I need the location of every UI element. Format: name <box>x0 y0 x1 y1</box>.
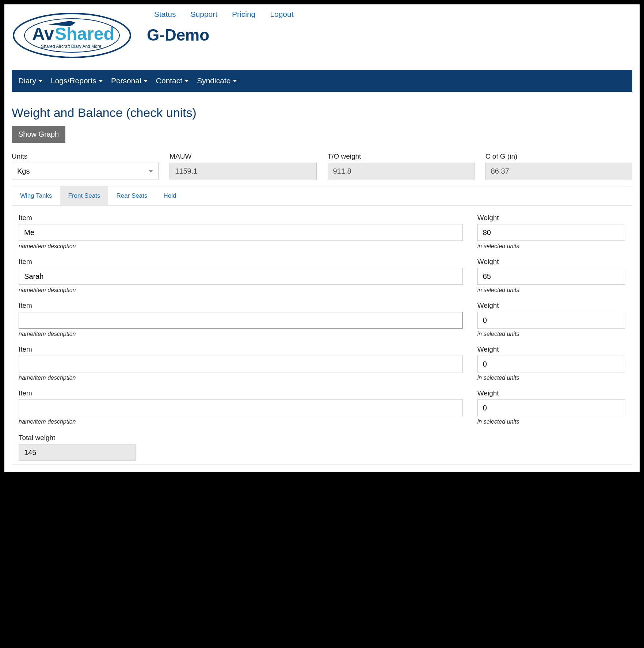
item-weight-input-2[interactable] <box>477 312 625 329</box>
weight-helper: in selected units <box>477 375 625 381</box>
item-label: Item <box>19 345 463 353</box>
to-weight-label: T/O weight <box>328 152 475 160</box>
cog-label: C of G (in) <box>485 152 632 160</box>
item-label: Item <box>19 389 463 397</box>
item-helper: name/item description <box>19 243 463 250</box>
item-name-input-3[interactable] <box>19 356 463 372</box>
nav-personal[interactable]: Personal <box>111 76 148 85</box>
nav-syndicate[interactable]: Syndicate <box>197 76 237 85</box>
tabs: Wing Tanks Front Seats Rear Seats Hold <box>12 186 632 206</box>
weight-helper: in selected units <box>477 243 625 250</box>
mauw-value: 1159.1 <box>169 163 316 179</box>
item-weight-input-3[interactable] <box>477 356 625 372</box>
weight-label: Weight <box>477 214 625 222</box>
caret-down-icon <box>144 80 148 82</box>
caret-down-icon <box>99 80 103 82</box>
weight-helper: in selected units <box>477 331 625 337</box>
weight-label: Weight <box>477 389 625 397</box>
item-helper: name/item description <box>19 375 463 381</box>
show-graph-button[interactable]: Show Graph <box>12 126 65 143</box>
link-pricing[interactable]: Pricing <box>232 10 255 19</box>
cog-value: 86.37 <box>485 163 632 179</box>
item-name-input-4[interactable] <box>19 399 463 416</box>
caret-down-icon <box>233 80 237 82</box>
item-label: Item <box>19 214 463 222</box>
link-status[interactable]: Status <box>154 10 176 19</box>
caret-down-icon <box>184 80 189 82</box>
item-name-input-2[interactable] <box>19 312 463 329</box>
item-helper: name/item description <box>19 287 463 293</box>
item-name-input-1[interactable] <box>19 268 463 285</box>
item-weight-input-0[interactable] <box>477 224 625 241</box>
units-label: Units <box>12 152 159 160</box>
nav-logs-reports[interactable]: Logs/Reports <box>51 76 103 85</box>
weight-helper: in selected units <box>477 287 625 293</box>
total-weight-label: Total weight <box>19 434 625 442</box>
top-nav-links: Status Support Pricing Logout <box>154 10 632 19</box>
item-label: Item <box>19 258 463 266</box>
aircraft-title: G-Demo <box>147 26 632 44</box>
weight-label: Weight <box>477 258 625 266</box>
units-value: Kgs <box>17 167 30 175</box>
to-weight-value: 911.8 <box>328 163 475 179</box>
main-navbar: Diary Logs/Reports Personal Contact Synd… <box>12 70 632 92</box>
tab-rear-seats[interactable]: Rear Seats <box>108 186 155 205</box>
item-weight-input-1[interactable] <box>477 268 625 285</box>
svg-text:Shared: Shared <box>55 24 114 43</box>
weight-helper: in selected units <box>477 418 625 425</box>
item-helper: name/item description <box>19 418 463 425</box>
caret-down-icon <box>38 80 43 82</box>
nav-contact[interactable]: Contact <box>156 76 189 85</box>
svg-text:Av: Av <box>32 24 54 43</box>
item-weight-input-4[interactable] <box>477 399 625 416</box>
units-select[interactable]: Kgs <box>12 163 159 179</box>
weight-label: Weight <box>477 302 625 310</box>
svg-text:Shared Aircraft Diary And More: Shared Aircraft Diary And More <box>41 44 102 49</box>
item-name-input-0[interactable] <box>19 224 463 241</box>
link-support[interactable]: Support <box>191 10 218 19</box>
nav-diary[interactable]: Diary <box>18 76 43 85</box>
link-logout[interactable]: Logout <box>270 10 293 19</box>
tab-hold[interactable]: Hold <box>155 186 184 205</box>
item-helper: name/item description <box>19 331 463 337</box>
chevron-down-icon <box>149 170 153 173</box>
item-label: Item <box>19 302 463 310</box>
logo: Av Shared Shared Aircraft Diary And More <box>12 8 147 62</box>
total-weight-value: 145 <box>19 444 136 461</box>
tab-wing-tanks[interactable]: Wing Tanks <box>12 186 60 205</box>
page-title: Weight and Balance (check units) <box>12 106 632 120</box>
weight-label: Weight <box>477 345 625 353</box>
tab-front-seats[interactable]: Front Seats <box>60 186 108 205</box>
mauw-label: MAUW <box>169 152 316 160</box>
